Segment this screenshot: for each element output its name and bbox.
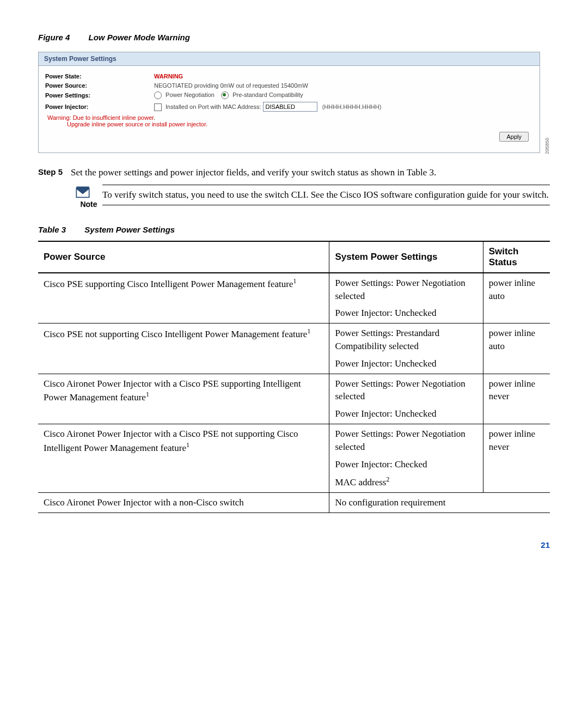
- mac-address-input[interactable]: [263, 102, 317, 112]
- step-5: Step 5 Set the power settings and power …: [38, 166, 550, 179]
- injector-check-label: Installed on Port with MAC Address:: [166, 103, 261, 110]
- power-settings-label: Power Settings:: [45, 92, 154, 99]
- panel-header: System Power Settings: [39, 52, 540, 66]
- power-negotiation-label: Power Negotiation: [166, 91, 215, 98]
- mac-hint: (HHHH.HHHH.HHHH): [322, 103, 382, 110]
- power-state-value: WARNING: [154, 73, 183, 80]
- power-state-label: Power State:: [45, 73, 154, 80]
- table-label: Table 3: [38, 225, 66, 234]
- table-row: Cisco Aironet Power Injector with a Cisc…: [38, 374, 550, 424]
- th-system-settings: System Power Settings: [329, 241, 483, 273]
- power-source-label: Power Source:: [45, 82, 154, 89]
- warning-line-1: Warning: Due to insufficient inline powe…: [47, 114, 533, 121]
- table-row: Cisco Aironet Power Injector with a non-…: [38, 492, 550, 512]
- panel-body: Power State: WARNING Power Source: NEGOT…: [39, 66, 540, 152]
- image-number: 205850: [544, 138, 550, 154]
- power-negotiation-radio[interactable]: [154, 91, 162, 99]
- th-power-source: Power Source: [38, 241, 329, 273]
- apply-button[interactable]: Apply: [499, 132, 529, 142]
- note-block: Note To verify switch status, you need t…: [75, 185, 550, 209]
- note-label: Note: [75, 200, 102, 209]
- note-text: To verify switch status, you need to use…: [102, 185, 550, 205]
- table-caption: Table 3 System Power Settings: [38, 225, 550, 234]
- figure-title: Low Power Mode Warning: [89, 33, 190, 42]
- step-label: Step 5: [38, 166, 71, 179]
- table-row: Cisco Aironet Power Injector with a Cisc…: [38, 424, 550, 493]
- table-row: Cisco PSE not supporting Cisco Intellige…: [38, 324, 550, 374]
- note-icon: [75, 185, 90, 200]
- power-injector-label: Power Injector:: [45, 103, 154, 110]
- step-text: Set the power settings and power injecto…: [71, 166, 550, 179]
- warning-line-2: Upgrade inline power source or install p…: [67, 121, 533, 127]
- table-row: Cisco PSE supporting Cisco Intelligent P…: [38, 273, 550, 324]
- page-number: 21: [38, 540, 550, 550]
- th-switch-status: Switch Status: [483, 241, 550, 273]
- settings-table: Power Source System Power Settings Switc…: [38, 241, 550, 513]
- injector-checkbox[interactable]: [154, 103, 162, 111]
- system-power-panel: System Power Settings Power State: WARNI…: [38, 52, 540, 153]
- prestandard-radio[interactable]: [221, 91, 229, 99]
- table-title: System Power Settings: [84, 225, 175, 234]
- figure-caption: Figure 4 Low Power Mode Warning: [38, 33, 550, 42]
- power-source-value: NEGOTIATED providing 0mW out of requeste…: [154, 82, 308, 89]
- prestandard-label: Pre-standard Compatibility: [232, 91, 303, 98]
- figure-label: Figure 4: [38, 33, 70, 42]
